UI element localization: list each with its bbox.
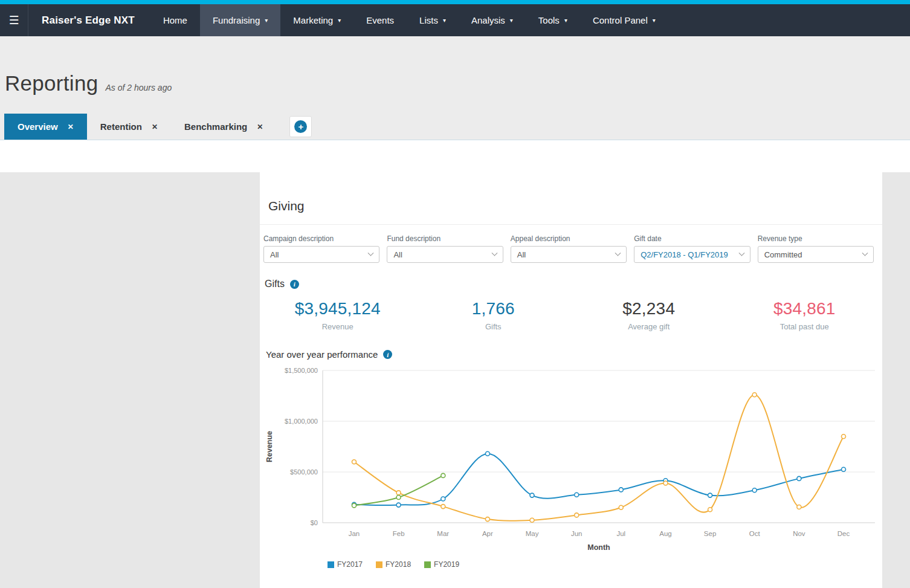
- app-brand[interactable]: Raiser's Edge NXT: [28, 4, 150, 36]
- top-navbar: ☰ Raiser's Edge NXT Home Fundraising ▾ M…: [0, 4, 910, 36]
- close-icon[interactable]: ✕: [152, 123, 158, 131]
- hamburger-icon: ☰: [8, 13, 19, 27]
- kpi-label: Total past due: [727, 322, 883, 331]
- report-tab-bar: Overview ✕ Retention ✕ Benchmarking ✕ +: [0, 114, 910, 140]
- kpi-value: $34,861: [727, 299, 883, 318]
- close-icon[interactable]: ✕: [257, 123, 263, 131]
- appeal-filter: Appeal description All: [511, 234, 627, 263]
- nav-item-marketing[interactable]: Marketing ▾: [280, 4, 353, 36]
- legend-label: FY2018: [386, 560, 411, 569]
- nav-item-label: Marketing: [293, 15, 333, 25]
- filter-label: Gift date: [634, 234, 750, 243]
- tab-toolbar-band: [0, 140, 910, 172]
- kpi-average-gift: $2,234 Average gift: [571, 299, 727, 331]
- legend-swatch: [328, 561, 334, 568]
- last-refreshed-text: As of 2 hours ago: [105, 83, 172, 92]
- nav-item-label: Analysis: [471, 15, 505, 25]
- close-icon[interactable]: ✕: [68, 123, 74, 131]
- legend-label: FY2019: [434, 560, 459, 569]
- filter-row: Campaign description All Fund descriptio…: [260, 225, 882, 263]
- main-content: Giving Campaign description All Fund des…: [0, 172, 910, 588]
- kpi-total-past-due: $34,861 Total past due: [727, 299, 883, 331]
- revenue-type-filter: Revenue type Committed: [758, 234, 874, 263]
- chevron-down-icon: [862, 250, 868, 256]
- revenue-type-filter-select[interactable]: Committed: [758, 246, 874, 263]
- nav-item-analysis[interactable]: Analysis ▾: [459, 4, 526, 36]
- screen: ☰ Raiser's Edge NXT Home Fundraising ▾ M…: [0, 0, 910, 588]
- hamburger-menu-button[interactable]: ☰: [0, 4, 28, 36]
- fund-filter-select[interactable]: All: [387, 246, 503, 263]
- chevron-down-icon: ▾: [443, 17, 446, 24]
- kpi-label: Revenue: [260, 322, 416, 331]
- svg-text:Jul: Jul: [616, 530, 625, 537]
- gift-date-filter-select[interactable]: Q2/FY2018 - Q1/FY2019: [634, 246, 750, 263]
- gifts-header: Gifts i: [260, 263, 882, 289]
- chart-legend: FY2017FY2018FY2019: [328, 560, 880, 575]
- info-icon[interactable]: i: [290, 280, 299, 289]
- appeal-filter-select[interactable]: All: [511, 246, 627, 263]
- chevron-down-icon: ▾: [510, 17, 513, 24]
- nav-item-tools[interactable]: Tools ▾: [526, 4, 580, 36]
- nav-item-control-panel[interactable]: Control Panel ▾: [580, 4, 668, 36]
- chevron-down-icon: ▾: [265, 17, 268, 24]
- nav-item-label: Lists: [419, 15, 438, 25]
- tab-overview[interactable]: Overview ✕: [4, 114, 87, 140]
- nav-item-fundraising[interactable]: Fundraising ▾: [200, 4, 280, 36]
- svg-text:Apr: Apr: [482, 530, 493, 537]
- svg-text:Feb: Feb: [393, 530, 405, 537]
- svg-text:$0: $0: [311, 519, 318, 526]
- select-value: All: [393, 250, 402, 259]
- svg-text:Jun: Jun: [571, 530, 582, 537]
- svg-text:Mar: Mar: [437, 530, 449, 537]
- fund-filter: Fund description All: [387, 234, 503, 263]
- giving-section-title: Giving: [260, 172, 882, 213]
- filter-label: Revenue type: [758, 234, 874, 243]
- chevron-down-icon: ▾: [338, 17, 341, 24]
- nav-item-label: Control Panel: [593, 15, 648, 25]
- legend-item-fy2019[interactable]: FY2019: [424, 560, 459, 569]
- svg-text:Jan: Jan: [349, 530, 360, 537]
- filter-label: Fund description: [387, 234, 503, 243]
- kpi-label: Gifts: [416, 322, 572, 331]
- svg-text:$1,000,000: $1,000,000: [285, 418, 318, 425]
- yoy-chart-svg: $0$500,000$1,000,000$1,500,000JanFebMarA…: [262, 364, 880, 555]
- tab-retention[interactable]: Retention ✕: [87, 114, 171, 140]
- chevron-down-icon: ▾: [653, 17, 656, 24]
- select-value: Committed: [764, 250, 802, 259]
- legend-item-fy2017[interactable]: FY2017: [328, 560, 363, 569]
- chart-header: Year over year performance i: [260, 331, 882, 360]
- nav-item-lists[interactable]: Lists ▾: [407, 4, 459, 36]
- legend-item-fy2018[interactable]: FY2018: [376, 560, 411, 569]
- kpi-value: $2,234: [571, 299, 727, 318]
- yoy-chart: $0$500,000$1,000,000$1,500,000JanFebMarA…: [260, 360, 882, 575]
- chevron-down-icon: [368, 250, 374, 256]
- chart-title: Year over year performance: [266, 349, 378, 360]
- nav-item-label: Events: [366, 15, 394, 25]
- nav-item-home[interactable]: Home: [150, 4, 200, 36]
- campaign-filter-select[interactable]: All: [263, 246, 379, 263]
- svg-text:$500,000: $500,000: [290, 468, 318, 476]
- svg-text:Oct: Oct: [749, 530, 761, 537]
- page-header: Reporting As of 2 hours ago Overview ✕ R…: [0, 36, 910, 140]
- tab-label: Benchmarking: [184, 121, 247, 132]
- svg-text:Sep: Sep: [704, 530, 716, 537]
- legend-label: FY2017: [337, 560, 363, 569]
- add-tab-button[interactable]: +: [289, 116, 312, 137]
- info-icon[interactable]: i: [383, 350, 392, 359]
- chevron-down-icon: [738, 250, 744, 256]
- nav-item-label: Fundraising: [213, 15, 260, 25]
- legend-swatch: [424, 561, 431, 568]
- kpi-value: 1,766: [416, 299, 572, 318]
- plus-icon: +: [294, 120, 307, 133]
- tab-label: Overview: [18, 121, 58, 132]
- kpi-row: $3,945,124 Revenue 1,766 Gifts $2,234 Av…: [260, 289, 882, 331]
- campaign-filter: Campaign description All: [263, 234, 379, 263]
- select-value: All: [517, 250, 526, 259]
- tab-benchmarking[interactable]: Benchmarking ✕: [171, 114, 276, 140]
- nav-item-events[interactable]: Events: [353, 4, 407, 36]
- select-value: All: [270, 250, 279, 259]
- nav-item-label: Tools: [538, 15, 560, 25]
- kpi-revenue: $3,945,124 Revenue: [260, 299, 416, 331]
- svg-text:$1,500,000: $1,500,000: [285, 367, 318, 374]
- giving-panel: Giving Campaign description All Fund des…: [260, 172, 882, 588]
